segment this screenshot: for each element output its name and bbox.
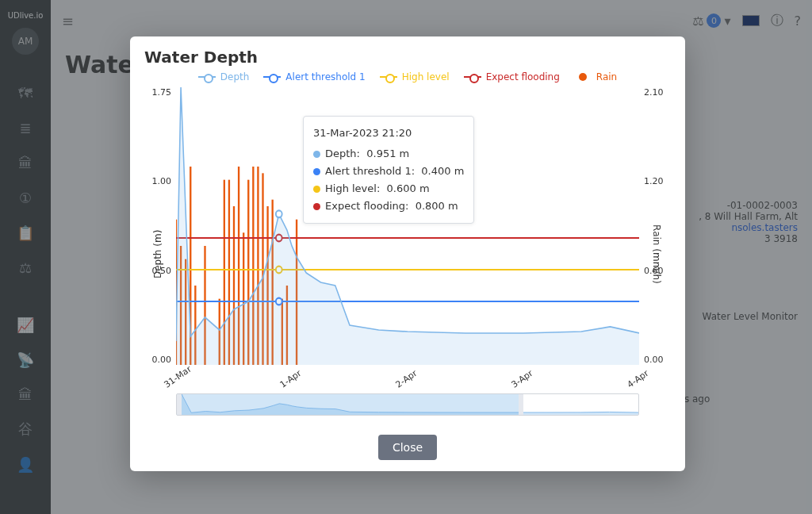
tooltip-row: Depth: 0.951 m [313,145,464,163]
tooltip-row: Expect flooding: 0.800 m [313,198,464,215]
x-tick: 4-Apr [626,368,651,390]
chart-legend: Depth Alert threshold 1 High level Expec… [144,71,671,82]
legend-high[interactable]: High level [380,71,450,82]
water-depth-modal: Water Depth Depth Alert threshold 1 High… [130,36,685,471]
x-tick: 3-Apr [510,368,535,390]
legend-alert[interactable]: Alert threshold 1 [263,71,365,82]
brush-selector[interactable] [176,393,639,416]
x-tick: 2-Apr [394,368,419,390]
chart-area: Depth (m) 1.75 1.00 0.50 0.00 Rain (mm/h… [144,87,671,430]
x-tick: 1-Apr [278,368,304,390]
svg-point-27 [276,210,282,217]
legend-flood[interactable]: Expect flooding [464,71,560,82]
tooltip-time: 31-Mar-2023 21:20 [313,125,464,142]
tooltip-row: Alert threshold 1: 0.400 m [313,163,464,180]
y2-axis: 2.10 1.20 0.60 0.00 [644,87,671,365]
y1-axis: 1.75 1.00 0.50 0.00 [144,87,171,365]
modal-title: Water Depth [144,48,671,67]
brush-selection[interactable] [177,394,523,415]
close-button[interactable]: Close [378,435,437,460]
legend-rain[interactable]: Rain [574,71,617,82]
x-tick: 31-Mar [163,364,193,390]
x-axis: 31-Mar1-Apr2-Apr3-Apr4-Apr [176,368,639,389]
chart-tooltip: 31-Mar-2023 21:20 Depth: 0.951 mAlert th… [303,116,474,224]
tooltip-row: High level: 0.600 m [313,180,464,198]
legend-depth[interactable]: Depth [198,71,250,82]
